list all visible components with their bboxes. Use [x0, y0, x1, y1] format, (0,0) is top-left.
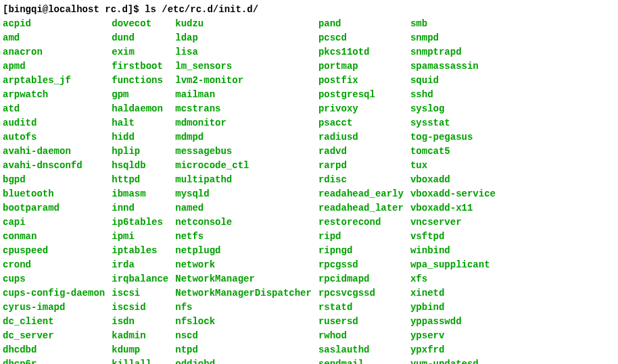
file-entry: netfs: [175, 230, 312, 244]
file-entry: capi: [3, 215, 105, 230]
file-entry: wpa_supplicant: [410, 258, 496, 272]
file-entry: dhcdbd: [3, 343, 105, 357]
file-entry: messagebus: [175, 145, 312, 159]
file-entry: kadmin: [112, 329, 168, 343]
file-entry: mysqld: [175, 187, 312, 201]
file-entry: hsqldb: [112, 159, 168, 173]
file-entry: mcstrans: [175, 102, 312, 116]
file-entry: rdisc: [318, 173, 404, 187]
file-entry: snmpd: [410, 31, 496, 45]
file-entry: httpd: [112, 173, 168, 187]
file-entry: psacct: [318, 116, 404, 130]
file-entry: xfs: [410, 272, 496, 286]
file-entry: lvm2-monitor: [175, 74, 312, 88]
file-entry: rarpd: [318, 159, 404, 173]
file-entry: ipmi: [112, 230, 168, 244]
listing-column-0: acpidamdanacronapmdarptables_jfarpwatcha…: [3, 17, 105, 364]
file-entry: netconsole: [175, 215, 312, 230]
file-entry: yum-updatesd: [410, 357, 496, 364]
file-entry: cups: [3, 272, 105, 286]
file-entry: rwhod: [318, 329, 404, 343]
file-entry: avahi-dnsconfd: [3, 159, 105, 173]
file-entry: vsftpd: [410, 230, 496, 244]
file-entry: sendmail: [318, 357, 404, 364]
file-entry: cups-config-daemon: [3, 286, 105, 301]
file-entry: tux: [410, 159, 496, 173]
file-entry: rpcidmapd: [318, 272, 404, 286]
file-entry: amd: [3, 31, 105, 45]
file-entry: bluetooth: [3, 187, 105, 201]
file-entry: rusersd: [318, 315, 404, 329]
file-entry: nfs: [175, 301, 312, 315]
file-entry: arpwatch: [3, 88, 105, 102]
file-entry: irda: [112, 258, 168, 272]
file-entry: portmap: [318, 59, 404, 74]
file-entry: radvd: [318, 145, 404, 159]
file-entry: radiusd: [318, 130, 404, 145]
file-entry: iptables: [112, 244, 168, 258]
file-entry: xinetd: [410, 286, 496, 301]
file-entry: snmptrapd: [410, 45, 496, 59]
file-entry: syslog: [410, 102, 496, 116]
file-entry: pkcs11otd: [318, 45, 404, 59]
file-entry: mailman: [175, 88, 312, 102]
file-entry: ypbind: [410, 301, 496, 315]
file-entry: cyrus-imapd: [3, 301, 105, 315]
file-entry: dhcp6r: [3, 357, 105, 364]
file-entry: vboxadd: [410, 173, 496, 187]
file-entry: spamassassin: [410, 59, 496, 74]
file-entry: restorecond: [318, 215, 404, 230]
file-entry: readahead_early: [318, 187, 404, 201]
file-entry: acpid: [3, 17, 105, 31]
file-entry: mdmpd: [175, 130, 312, 145]
file-entry: multipathd: [175, 173, 312, 187]
file-entry: microcode_ctl: [175, 159, 312, 173]
file-entry: tomcat5: [410, 145, 496, 159]
file-entry: functions: [112, 74, 168, 88]
file-entry: killall: [112, 357, 168, 364]
listing-column-4: smbsnmpdsnmptrapdspamassassinsquidsshdsy…: [410, 17, 496, 364]
file-entry: nfslock: [175, 315, 312, 329]
file-entry: haldaemon: [112, 102, 168, 116]
file-entry: network: [175, 258, 312, 272]
file-entry: NetworkManager: [175, 272, 312, 286]
file-entry: sshd: [410, 88, 496, 102]
listing-column-3: pandpcscdpkcs11otdportmappostfixpostgres…: [318, 17, 404, 364]
prompt-command: ls /etc/rc.d/init.d/: [145, 4, 258, 15]
file-entry: hidd: [112, 130, 168, 145]
file-entry: pand: [318, 17, 404, 31]
file-entry: apmd: [3, 59, 105, 74]
file-entry: avahi-daemon: [3, 145, 105, 159]
file-entry: saslauthd: [318, 343, 404, 357]
file-entry: dc_server: [3, 329, 105, 343]
file-entry: autofs: [3, 130, 105, 145]
file-entry: postgresql: [318, 88, 404, 102]
file-entry: yppasswdd: [410, 315, 496, 329]
file-entry: ntpd: [175, 343, 312, 357]
file-entry: rpcgssd: [318, 258, 404, 272]
file-entry: netplugd: [175, 244, 312, 258]
file-entry: readahead_later: [318, 201, 404, 215]
file-entry: ypxfrd: [410, 343, 496, 357]
file-entry: arptables_jf: [3, 74, 105, 88]
file-entry: lisa: [175, 45, 312, 59]
file-entry: crond: [3, 258, 105, 272]
file-entry: sysstat: [410, 116, 496, 130]
file-entry: isdn: [112, 315, 168, 329]
file-entry: conman: [3, 230, 105, 244]
file-entry: squid: [410, 74, 496, 88]
file-entry: kudzu: [175, 17, 312, 31]
directory-listing: acpidamdanacronapmdarptables_jfarpwatcha…: [3, 17, 615, 364]
file-entry: auditd: [3, 116, 105, 130]
file-entry: dund: [112, 31, 168, 45]
file-entry: hplip: [112, 145, 168, 159]
file-entry: anacron: [3, 45, 105, 59]
file-entry: lm_sensors: [175, 59, 312, 74]
prompt-line: [bingqi@localhost rc.d]$ ls /etc/rc.d/in…: [3, 3, 615, 17]
file-entry: innd: [112, 201, 168, 215]
listing-column-2: kudzuldaplisalm_sensorslvm2-monitormailm…: [175, 17, 312, 364]
file-entry: ypserv: [410, 329, 496, 343]
file-entry: oddjobd: [175, 357, 312, 364]
file-entry: NetworkManagerDispatcher: [175, 286, 312, 301]
file-entry: halt: [112, 116, 168, 130]
